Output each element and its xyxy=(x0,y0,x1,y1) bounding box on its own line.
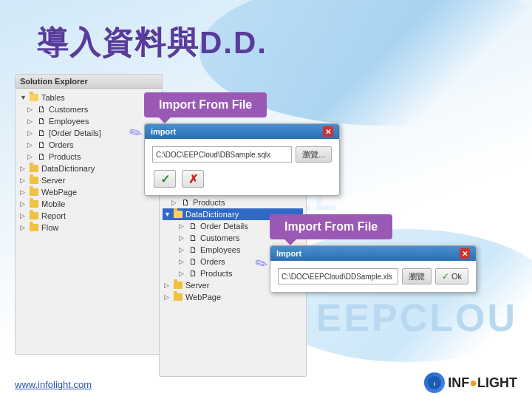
expand-arrow: ▷ xyxy=(20,177,27,184)
se-item-label: Server xyxy=(41,176,65,185)
browse-button-1[interactable]: 瀏覽... xyxy=(296,146,332,163)
ok-check-icon: ✓ xyxy=(442,271,449,282)
close-button-2[interactable]: ✕ xyxy=(460,248,470,259)
list-item[interactable]: ▼ Tables xyxy=(18,92,159,103)
import-dialog-1-title: import xyxy=(151,127,176,136)
import-path-input-1[interactable] xyxy=(152,146,292,163)
list-item[interactable]: ▷ 🗋 Products xyxy=(18,151,159,163)
list-item[interactable]: ▷ Report xyxy=(18,210,159,222)
table-icon: 🗋 xyxy=(188,245,198,255)
logo-text: INF ● LIGHT xyxy=(448,375,517,391)
solution-explorer-body: ▼ Tables ▷ 🗋 Customers ▷ 🗋 Employees ▷ 🗋… xyxy=(16,89,162,236)
logo-svg: i xyxy=(427,375,442,390)
logo-info-text: INF xyxy=(448,375,469,391)
se-item-label: Server xyxy=(185,281,209,290)
browse-button-2[interactable]: 瀏覽 xyxy=(402,268,432,284)
table-icon: 🗋 xyxy=(36,151,47,162)
table-icon: 🗋 xyxy=(36,116,47,126)
se-item-label: Products xyxy=(200,269,232,278)
list-item[interactable]: ▷ WebPage xyxy=(163,291,303,303)
se-item-label: Customers xyxy=(200,233,239,242)
list-item[interactable]: ▷ 🗋 Customers xyxy=(18,103,159,115)
logo-light-text: ● xyxy=(469,375,477,391)
se-item-label: Customers xyxy=(49,105,88,114)
import-dialog-2-body: 瀏覽 ✓ Ok xyxy=(270,261,476,292)
folder-icon xyxy=(173,280,183,290)
ok-button-1[interactable]: ✓ xyxy=(154,170,176,188)
item-arrow: ▷ xyxy=(27,106,35,113)
list-item[interactable]: ▷ Flow xyxy=(18,222,159,233)
expand-arrow: ▼ xyxy=(20,94,27,101)
table-icon: 🗋 xyxy=(188,268,198,279)
folder-icon xyxy=(29,163,39,174)
list-item[interactable]: ▷ Server xyxy=(18,174,159,186)
solution-explorer-header: Solution Explorer xyxy=(16,75,162,89)
logo-light-label: LIGHT xyxy=(477,375,517,391)
table-icon: 🗋 xyxy=(188,256,198,267)
import-dialog-1-body: 瀏覽... ✓ ✗ xyxy=(145,139,339,195)
import-dialog-1-container: Import From File import ✕ 瀏覽... ✓ ✗ xyxy=(144,92,344,196)
se-item-label: WebPage xyxy=(185,293,221,301)
table-icon: 🗋 xyxy=(36,128,47,138)
se-item-label: [Order Details] xyxy=(49,129,101,137)
item-arrow: ▷ xyxy=(179,258,186,265)
item-arrow: ▷ xyxy=(179,234,186,242)
folder-icon xyxy=(29,175,39,185)
se-item-label: Employees xyxy=(200,245,240,254)
se-item-label: Employees xyxy=(49,117,89,126)
list-item[interactable]: ▷ WebPage xyxy=(18,186,159,198)
se-item-label: Order Details xyxy=(200,222,248,231)
table-icon: 🗋 xyxy=(188,221,198,231)
list-item[interactable]: ▷ 🗋 Products xyxy=(163,197,303,208)
expand-arrow: ▷ xyxy=(164,293,171,301)
se-item-label: Orders xyxy=(49,140,74,149)
item-arrow: ▷ xyxy=(27,141,35,149)
svg-text:i: i xyxy=(434,381,435,387)
se-item-label: Mobile xyxy=(41,200,65,208)
item-arrow: ▷ xyxy=(179,222,186,230)
folder-icon xyxy=(29,222,39,233)
cross-icon: ✗ xyxy=(188,172,198,186)
import-dialog-2-container: Import From File Import ✕ 瀏覽 ✓ Ok xyxy=(270,214,484,293)
se-item-label: WebPage xyxy=(41,188,77,197)
se-item-label: Products xyxy=(193,198,225,207)
footer-website-link[interactable]: www.infolight.com xyxy=(15,379,92,390)
ok-label: Ok xyxy=(451,272,462,281)
se-item-label: Products xyxy=(49,152,81,161)
import-box-2: Import ✕ 瀏覽 ✓ Ok xyxy=(270,245,477,293)
import-path-row-2: 瀏覽 ✓ Ok xyxy=(278,268,468,284)
se-item-label: Tables xyxy=(41,93,65,102)
table-icon: 🗋 xyxy=(36,104,47,115)
import-dialog-1-header: import ✕ xyxy=(145,124,339,139)
folder-icon-selected xyxy=(173,209,183,219)
expand-arrow: ▷ xyxy=(164,282,171,289)
se-item-label: DataDictionary xyxy=(185,210,239,219)
folder-icon xyxy=(29,92,39,103)
expand-arrow: ▷ xyxy=(20,212,27,219)
import-dialog-2-title: Import xyxy=(276,249,301,258)
close-button-1[interactable]: ✕ xyxy=(323,126,333,137)
folder-icon xyxy=(29,187,39,197)
list-item[interactable]: ▷ DataDictionary xyxy=(18,163,159,174)
item-arrow: ▷ xyxy=(27,129,35,137)
expand-arrow: ▼ xyxy=(164,211,171,218)
ok-button-2[interactable]: ✓ Ok xyxy=(435,268,468,284)
se-item-label: Report xyxy=(41,211,66,220)
import-box-1: import ✕ 瀏覽... ✓ ✗ xyxy=(144,123,340,196)
import-path-input-2[interactable] xyxy=(278,268,398,284)
callout-label-1: Import From File xyxy=(144,92,267,117)
se-item-label: Orders xyxy=(200,257,225,266)
callout-label-2: Import From File xyxy=(270,214,392,239)
list-item[interactable]: ▷ Mobile xyxy=(18,198,159,210)
folder-icon xyxy=(29,199,39,209)
cancel-button-1[interactable]: ✗ xyxy=(182,170,204,188)
expand-arrow: ▷ xyxy=(20,224,27,231)
folder-icon xyxy=(173,292,183,302)
page-title: 導入資料與D.D. xyxy=(37,22,267,64)
table-icon: 🗋 xyxy=(180,197,191,208)
infolight-logo: i INF ● LIGHT xyxy=(424,372,517,393)
table-icon: 🗋 xyxy=(188,233,198,243)
item-arrow: ▷ xyxy=(171,199,179,206)
item-arrow: ▷ xyxy=(179,270,186,277)
expand-arrow: ▷ xyxy=(20,188,27,196)
